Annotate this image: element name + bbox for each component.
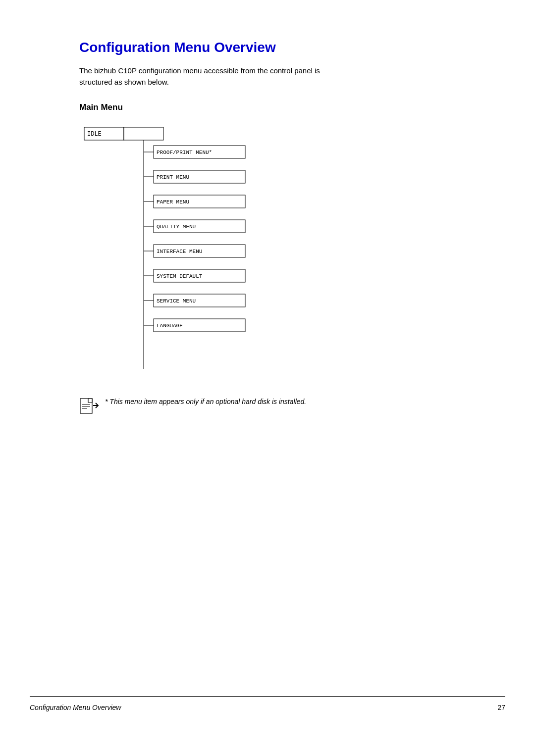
footer-divider <box>30 696 505 697</box>
menu-tree-svg: IDLE PROOF/PRINT MENU* PRINT MENU PAPER … <box>79 122 268 380</box>
svg-rect-2 <box>124 127 163 140</box>
footer: Configuration Menu Overview 27 <box>30 704 505 711</box>
footer-title: Configuration Menu Overview <box>30 704 121 711</box>
note-text: * This menu item appears only if an opti… <box>105 397 306 407</box>
svg-text:INTERFACE MENU: INTERFACE MENU <box>157 249 202 254</box>
page-description: The bizhub C10P configuration menu acces… <box>79 65 456 88</box>
footer-page-number: 27 <box>497 704 505 711</box>
svg-text:SERVICE MENU: SERVICE MENU <box>157 298 196 304</box>
section-title: Main Menu <box>79 102 456 112</box>
menu-diagram: IDLE PROOF/PRINT MENU* PRINT MENU PAPER … <box>79 122 456 382</box>
page: Configuration Menu Overview The bizhub C… <box>0 0 535 756</box>
svg-text:PRINT MENU: PRINT MENU <box>157 174 189 180</box>
svg-text:PAPER MENU: PAPER MENU <box>157 199 189 205</box>
svg-text:QUALITY MENU: QUALITY MENU <box>157 224 196 230</box>
svg-text:LANGUAGE: LANGUAGE <box>157 323 183 329</box>
page-title: Configuration Menu Overview <box>79 40 456 55</box>
note-section: * This menu item appears only if an opti… <box>79 397 456 419</box>
note-svg-icon <box>79 398 99 415</box>
svg-text:SYSTEM DEFAULT: SYSTEM DEFAULT <box>157 273 203 279</box>
note-icon <box>79 398 99 419</box>
svg-text:IDLE: IDLE <box>87 131 102 138</box>
svg-text:PROOF/PRINT MENU*: PROOF/PRINT MENU* <box>157 150 212 155</box>
